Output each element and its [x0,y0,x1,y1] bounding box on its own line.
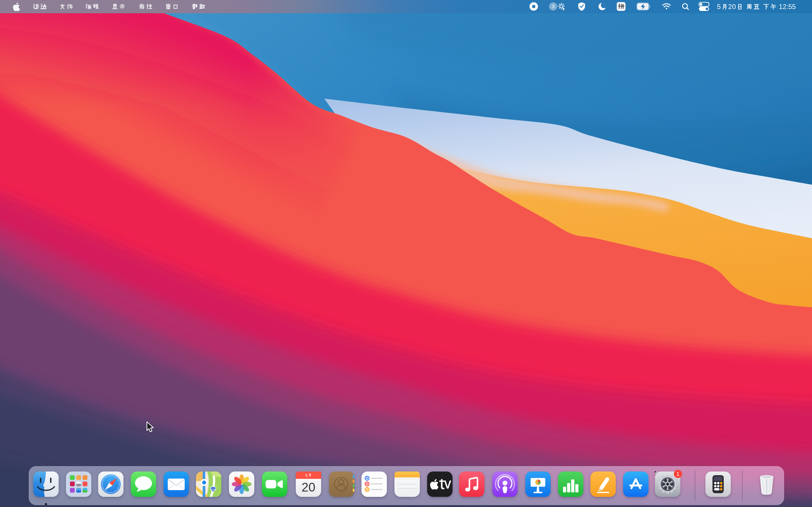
svg-text:3: 3 [552,4,555,9]
svg-text:20: 20 [302,480,315,494]
svg-text:280: 280 [211,488,215,491]
svg-text:5: 5 [305,473,308,478]
